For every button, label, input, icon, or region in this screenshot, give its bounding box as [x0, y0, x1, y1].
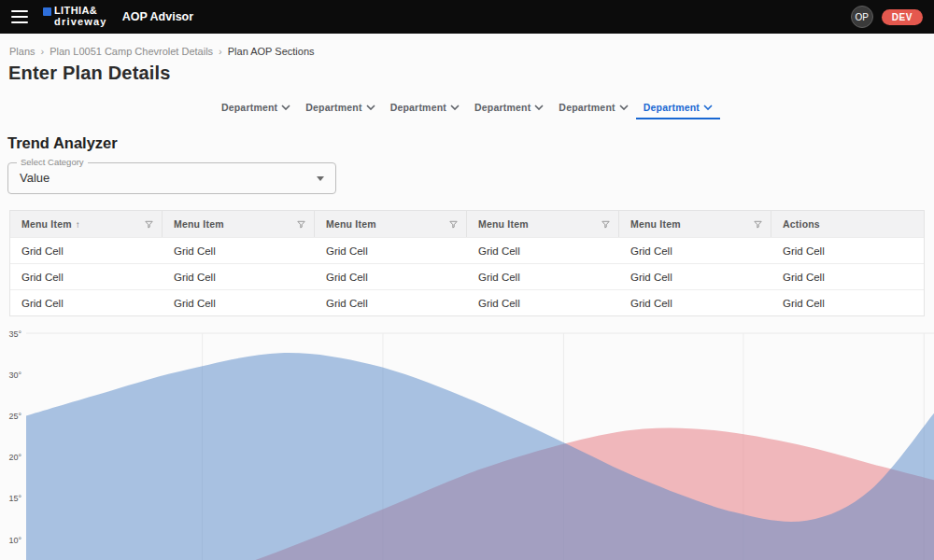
topbar: LITHIA& driveway AOP Advisor OP DEV: [0, 0, 934, 34]
user-avatar[interactable]: OP: [851, 6, 873, 28]
y-tick-label: 25°: [8, 412, 21, 421]
trend-chart-svg: 35°30°25°20°15°10°: [0, 330, 934, 560]
lithia-logo-mark-icon: [43, 7, 51, 16]
filter-icon[interactable]: [753, 219, 763, 230]
grid-cell-actions[interactable]: Grid Cell: [771, 290, 924, 315]
chevron-down-icon: [450, 105, 460, 110]
category-select[interactable]: Select Category Value: [7, 162, 336, 194]
grid-cell[interactable]: Grid Cell: [315, 238, 467, 263]
menu-icon[interactable]: [11, 10, 28, 23]
grid-cell[interactable]: Grid Cell: [467, 264, 619, 289]
grid-cell[interactable]: Grid Cell: [467, 290, 619, 315]
column-header-menu-item-1[interactable]: Menu Item↑: [10, 211, 163, 237]
select-value: Value: [8, 163, 335, 193]
lithia-driveway-logo: LITHIA& driveway: [43, 6, 107, 27]
breadcrumb-item-current: Plan AOP Sections: [228, 46, 315, 57]
column-header-actions[interactable]: Actions: [771, 211, 924, 237]
grid-cell[interactable]: Grid Cell: [315, 290, 467, 315]
chevron-down-icon: [281, 105, 290, 110]
grid-cell[interactable]: Grid Cell: [10, 290, 163, 315]
y-tick-label: 15°: [8, 494, 21, 503]
chevron-down-icon: [703, 105, 713, 110]
breadcrumb-item-plans[interactable]: Plans: [9, 46, 35, 57]
section-title: Trend Analyzer: [7, 133, 934, 152]
column-header-menu-item-4[interactable]: Menu Item: [467, 211, 619, 237]
grid-cell[interactable]: Grid Cell: [619, 238, 771, 263]
column-header-menu-item-5[interactable]: Menu Item: [619, 211, 771, 237]
grid-cell[interactable]: Grid Cell: [10, 264, 163, 289]
app-title: AOP Advisor: [122, 10, 193, 23]
grid-cell[interactable]: Grid Cell: [619, 264, 771, 289]
y-tick-label: 10°: [8, 536, 21, 545]
chevron-right-icon: ›: [219, 46, 222, 57]
table-row: Grid Cell Grid Cell Grid Cell Grid Cell …: [10, 289, 924, 315]
column-header-menu-item-2[interactable]: Menu Item: [163, 211, 315, 237]
menu-data-grid: Menu Item↑ Menu Item Menu Item Menu Item…: [9, 210, 925, 316]
chevron-down-icon: [366, 105, 375, 110]
page-title: Enter Plan Details: [8, 62, 934, 84]
breadcrumb: Plans › Plan L0051 Camp Chevrolet Detail…: [9, 46, 934, 57]
filter-icon[interactable]: [144, 219, 154, 230]
grid-cell-actions[interactable]: Grid Cell: [771, 238, 924, 263]
tab-department-4[interactable]: Department: [467, 96, 551, 119]
grid-cell[interactable]: Grid Cell: [163, 264, 315, 289]
grid-cell[interactable]: Grid Cell: [10, 238, 163, 263]
env-badge: DEV: [882, 9, 923, 25]
filter-icon[interactable]: [601, 219, 611, 230]
grid-cell[interactable]: Grid Cell: [315, 264, 467, 289]
filter-icon[interactable]: [296, 219, 306, 230]
y-tick-label: 35°: [8, 330, 21, 339]
brand-line2: driveway: [43, 17, 107, 28]
grid-header-row: Menu Item↑ Menu Item Menu Item Menu Item…: [10, 211, 924, 237]
grid-cell[interactable]: Grid Cell: [163, 238, 315, 263]
table-row: Grid Cell Grid Cell Grid Cell Grid Cell …: [10, 263, 924, 289]
department-tabs: Department Department Department Departm…: [0, 96, 934, 119]
table-row: Grid Cell Grid Cell Grid Cell Grid Cell …: [10, 237, 924, 263]
tab-department-5[interactable]: Department: [551, 96, 635, 119]
grid-cell-actions[interactable]: Grid Cell: [771, 264, 924, 289]
trend-area-chart: 35°30°25°20°15°10°: [0, 330, 934, 560]
grid-cell[interactable]: Grid Cell: [163, 290, 315, 315]
select-label: Select Category: [17, 157, 88, 167]
grid-cell[interactable]: Grid Cell: [619, 290, 771, 315]
breadcrumb-item-plan-details[interactable]: Plan L0051 Camp Chevrolet Details: [50, 46, 213, 57]
filter-icon[interactable]: [448, 219, 459, 230]
y-tick-label: 20°: [8, 453, 21, 462]
column-header-menu-item-3[interactable]: Menu Item: [315, 211, 467, 237]
chevron-down-icon: [534, 105, 544, 110]
tab-department-6-active[interactable]: Department: [636, 96, 720, 119]
sort-asc-icon: ↑: [76, 219, 80, 230]
y-tick-label: 30°: [8, 371, 21, 380]
tab-department-1[interactable]: Department: [214, 96, 298, 119]
dropdown-caret-icon: [317, 176, 324, 181]
tab-department-3[interactable]: Department: [383, 96, 467, 119]
grid-cell[interactable]: Grid Cell: [467, 238, 619, 263]
chevron-down-icon: [619, 105, 629, 110]
tab-department-2[interactable]: Department: [298, 96, 382, 119]
chevron-right-icon: ›: [41, 46, 45, 57]
